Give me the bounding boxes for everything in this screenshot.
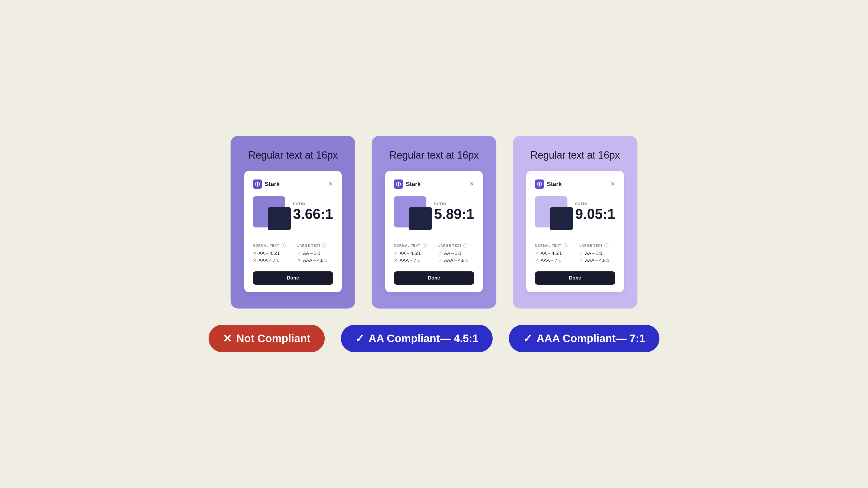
normal-text-header-1: NORMAL TEXT ? — [253, 243, 289, 248]
normal-text-col-3: NORMAL TEXT ? ✓ AA – 4.5:1 ✓ AAA – 7:1 — [535, 243, 571, 265]
card-outer-1: Regular text at 16px Stark ✕ — [230, 136, 355, 308]
normal-text-header-3: NORMAL TEXT ? — [535, 243, 571, 248]
large-check-3-1: ✓ AAA – 4.5:1 — [579, 258, 615, 263]
large-text-header-3: LARGE TEXT ? — [579, 243, 615, 248]
swatch-fg-2 — [409, 207, 432, 230]
check-icon-1-normal-1: ✕ — [253, 258, 256, 263]
stark-name-3: Stark — [547, 181, 562, 188]
normal-check-1-0: ✕ AA – 4.5:1 — [253, 251, 289, 256]
check-icon-1-large-0: ✓ — [297, 251, 301, 256]
normal-text-help-3[interactable]: ? — [563, 243, 568, 248]
stark-header-3: Stark ✕ — [535, 180, 615, 189]
stark-logo-3 — [535, 180, 544, 189]
check-text-1-large-0: AA – 3:1 — [303, 251, 320, 256]
ratio-value-2: 5.89:1 — [434, 207, 474, 221]
card-title-2: Regular text at 16px — [385, 150, 483, 161]
stark-brand-3: Stark — [535, 180, 562, 189]
large-text-header-2: LARGE TEXT ? — [438, 243, 474, 248]
large-text-help-1[interactable]: ? — [322, 243, 327, 248]
done-button-2[interactable]: Done — [394, 271, 474, 285]
ratio-label-2: RATIO — [434, 202, 474, 206]
check-text-2-normal-0: AA – 4.5:1 — [400, 251, 421, 256]
check-text-3-large-1: AAA – 4.5:1 — [585, 258, 610, 263]
card-inner-2: Stark ✕ RATIO 5.89:1 NORMAL TEXT ? — [385, 171, 483, 292]
check-icon-2-normal-1: ✕ — [394, 258, 397, 263]
color-preview-2: RATIO 5.89:1 — [394, 196, 474, 231]
check-icon-1-normal-0: ✕ — [253, 251, 256, 256]
divider-1 — [253, 238, 333, 238]
color-preview-3: RATIO 9.05:1 — [535, 196, 615, 231]
normal-check-1-1: ✕ AAA – 7:1 — [253, 258, 289, 263]
badge-label-aa-compliant: AA Compliant— 4.5:1 — [369, 332, 478, 345]
color-preview-1: RATIO 3.66:1 — [253, 196, 333, 231]
check-text-2-normal-1: AAA – 7:1 — [400, 258, 420, 263]
badge-icon-not-compliant: ✕ — [223, 333, 232, 344]
normal-text-label-1: NORMAL TEXT — [253, 244, 279, 248]
badge-aaa-compliant: ✓ AAA Compliant— 7:1 — [509, 325, 659, 352]
stark-header-2: Stark ✕ — [394, 180, 474, 189]
divider-2 — [394, 238, 474, 238]
check-icon-3-large-0: ✓ — [579, 251, 583, 256]
ratio-section-2: RATIO 5.89:1 — [434, 202, 474, 221]
normal-text-label-3: NORMAL TEXT — [535, 244, 561, 248]
compliance-row-1: NORMAL TEXT ? ✕ AA – 4.5:1 ✕ AAA – 7:1 — [253, 243, 333, 265]
stark-logo-2 — [394, 180, 403, 189]
large-text-header-1: LARGE TEXT ? — [297, 243, 333, 248]
card-title-1: Regular text at 16px — [244, 150, 342, 161]
check-text-2-large-0: AA – 3:1 — [444, 251, 461, 256]
check-icon-1-large-1: ✕ — [297, 258, 301, 263]
card-outer-3: Regular text at 16px Stark ✕ — [513, 136, 638, 308]
large-check-1-0: ✓ AA – 3:1 — [297, 251, 333, 256]
ratio-label-1: RATIO — [293, 202, 333, 206]
card-outer-2: Regular text at 16px Stark ✕ — [372, 136, 496, 308]
badge-icon-aa-compliant: ✓ — [355, 333, 364, 344]
check-icon-3-normal-0: ✓ — [535, 251, 538, 256]
cards-row: Regular text at 16px Stark ✕ — [230, 136, 638, 308]
swatch-fg-1 — [268, 207, 291, 230]
check-icon-3-large-1: ✓ — [579, 258, 583, 263]
large-check-2-0: ✓ AA – 3:1 — [438, 251, 474, 256]
stark-brand-2: Stark — [394, 180, 421, 189]
divider-3 — [535, 238, 615, 238]
close-button-2[interactable]: ✕ — [469, 181, 474, 187]
large-check-3-0: ✓ AA – 3:1 — [579, 251, 615, 256]
normal-text-col-2: NORMAL TEXT ? ✓ AA – 4.5:1 ✕ AAA – 7:1 — [394, 243, 430, 265]
check-text-3-large-0: AA – 3:1 — [585, 251, 602, 256]
check-text-1-normal-0: AA – 4.5:1 — [258, 251, 280, 256]
compliance-row-2: NORMAL TEXT ? ✓ AA – 4.5:1 ✕ AAA – 7:1 — [394, 243, 474, 265]
check-icon-3-normal-1: ✓ — [535, 258, 538, 263]
normal-text-help-1[interactable]: ? — [281, 243, 286, 248]
card-inner-1: Stark ✕ RATIO 3.66:1 NORMAL TEXT ? — [244, 171, 342, 292]
close-button-3[interactable]: ✕ — [610, 181, 615, 187]
ratio-value-1: 3.66:1 — [293, 207, 333, 221]
check-text-1-normal-1: AAA – 7:1 — [258, 258, 279, 263]
stark-logo-1 — [253, 180, 262, 189]
badge-icon-aaa-compliant: ✓ — [523, 333, 532, 344]
large-text-col-1: LARGE TEXT ? ✓ AA – 3:1 ✕ AAA – 4.5:1 — [297, 243, 333, 265]
ratio-section-3: RATIO 9.05:1 — [575, 202, 615, 221]
normal-check-3-1: ✓ AAA – 7:1 — [535, 258, 571, 263]
badges-row: ✕ Not Compliant ✓ AA Compliant— 4.5:1 ✓ … — [22, 325, 846, 352]
check-text-3-normal-1: AAA – 7:1 — [540, 258, 561, 263]
check-text-2-large-1: AAA – 4.5:1 — [444, 258, 468, 263]
normal-text-help-2[interactable]: ? — [422, 243, 427, 248]
close-button-1[interactable]: ✕ — [328, 181, 333, 187]
large-text-help-2[interactable]: ? — [463, 243, 468, 248]
large-text-help-3[interactable]: ? — [604, 243, 609, 248]
swatch-fg-3 — [550, 207, 573, 230]
check-text-1-large-1: AAA – 4.5:1 — [303, 258, 328, 263]
normal-check-2-0: ✓ AA – 4.5:1 — [394, 251, 430, 256]
normal-check-3-0: ✓ AA – 4.5:1 — [535, 251, 571, 256]
badge-not-compliant: ✕ Not Compliant — [209, 325, 324, 352]
check-icon-2-large-0: ✓ — [438, 251, 442, 256]
done-button-3[interactable]: Done — [535, 271, 615, 285]
normal-text-col-1: NORMAL TEXT ? ✕ AA – 4.5:1 ✕ AAA – 7:1 — [253, 243, 289, 265]
stark-name-2: Stark — [406, 181, 421, 188]
done-button-1[interactable]: Done — [253, 271, 333, 285]
stark-name-1: Stark — [265, 181, 280, 188]
badge-aa-compliant: ✓ AA Compliant— 4.5:1 — [341, 325, 493, 352]
normal-check-2-1: ✕ AAA – 7:1 — [394, 258, 430, 263]
large-text-label-2: LARGE TEXT — [438, 244, 462, 248]
normal-text-header-2: NORMAL TEXT ? — [394, 243, 430, 248]
large-text-col-3: LARGE TEXT ? ✓ AA – 3:1 ✓ AAA – 4.5:1 — [579, 243, 615, 265]
